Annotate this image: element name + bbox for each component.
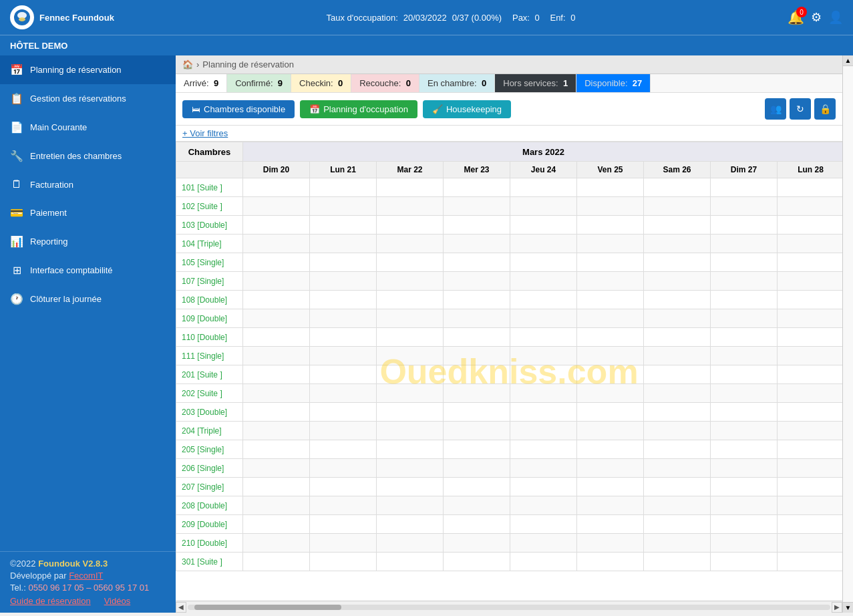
day-cell[interactable] bbox=[444, 272, 510, 291]
day-cell[interactable] bbox=[243, 328, 310, 347]
vscroll-up-button[interactable]: ▲ bbox=[843, 55, 853, 66]
day-cell[interactable] bbox=[711, 459, 778, 478]
day-cell[interactable] bbox=[778, 253, 843, 272]
day-cell[interactable] bbox=[778, 272, 843, 291]
day-cell[interactable] bbox=[711, 440, 778, 459]
day-cell[interactable] bbox=[377, 478, 444, 496]
day-cell[interactable] bbox=[510, 422, 577, 440]
day-cell[interactable] bbox=[377, 291, 444, 309]
table-row[interactable]: 301 [Suite ] bbox=[176, 553, 843, 571]
day-cell[interactable] bbox=[711, 272, 778, 291]
day-cell[interactable] bbox=[243, 291, 310, 309]
day-cell[interactable] bbox=[243, 216, 310, 235]
day-cell[interactable] bbox=[444, 291, 510, 309]
day-cell[interactable] bbox=[711, 515, 778, 534]
day-cell[interactable] bbox=[778, 478, 843, 496]
day-cell[interactable] bbox=[243, 422, 310, 440]
day-cell[interactable] bbox=[444, 553, 510, 571]
day-cell[interactable] bbox=[310, 272, 377, 291]
day-cell[interactable] bbox=[444, 178, 510, 197]
day-cell[interactable] bbox=[644, 253, 711, 272]
day-cell[interactable] bbox=[310, 235, 377, 253]
day-cell[interactable] bbox=[310, 291, 377, 309]
day-cell[interactable] bbox=[711, 422, 778, 440]
day-cell[interactable] bbox=[510, 496, 577, 515]
day-cell[interactable] bbox=[377, 347, 444, 365]
day-cell[interactable] bbox=[577, 384, 644, 403]
day-cell[interactable] bbox=[711, 291, 778, 309]
day-cell[interactable] bbox=[377, 365, 444, 384]
day-cell[interactable] bbox=[644, 216, 711, 235]
day-cell[interactable] bbox=[444, 384, 510, 403]
table-row[interactable]: 208 [Double] bbox=[176, 496, 843, 515]
day-cell[interactable] bbox=[310, 459, 377, 478]
day-cell[interactable] bbox=[778, 553, 843, 571]
table-row[interactable]: 107 [Single] bbox=[176, 272, 843, 291]
day-cell[interactable] bbox=[577, 197, 644, 216]
day-cell[interactable] bbox=[778, 235, 843, 253]
day-cell[interactable] bbox=[310, 403, 377, 422]
day-cell[interactable] bbox=[243, 384, 310, 403]
fecomit-link[interactable]: FecomIT bbox=[69, 571, 103, 581]
day-cell[interactable] bbox=[577, 272, 644, 291]
sidebar-item-cloture[interactable]: 🕐 Clôturer la journée bbox=[0, 285, 176, 313]
table-row[interactable]: 101 [Suite ] bbox=[176, 178, 843, 197]
day-cell[interactable] bbox=[510, 440, 577, 459]
day-cell[interactable] bbox=[644, 478, 711, 496]
day-cell[interactable] bbox=[577, 440, 644, 459]
day-cell[interactable] bbox=[243, 178, 310, 197]
day-cell[interactable] bbox=[644, 515, 711, 534]
lock-icon-button[interactable]: 🔒 bbox=[814, 98, 836, 120]
day-cell[interactable] bbox=[577, 309, 644, 328]
day-cell[interactable] bbox=[510, 553, 577, 571]
day-cell[interactable] bbox=[377, 216, 444, 235]
day-cell[interactable] bbox=[310, 365, 377, 384]
videos-link[interactable]: Vidéos bbox=[104, 596, 131, 606]
day-cell[interactable] bbox=[644, 272, 711, 291]
day-cell[interactable] bbox=[243, 515, 310, 534]
hscroll-right-button[interactable]: ▶ bbox=[832, 602, 842, 613]
day-cell[interactable] bbox=[310, 216, 377, 235]
day-cell[interactable] bbox=[377, 272, 444, 291]
day-cell[interactable] bbox=[577, 534, 644, 553]
table-row[interactable]: 206 [Single] bbox=[176, 459, 843, 478]
hscroll-left-button[interactable]: ◀ bbox=[176, 602, 186, 613]
day-cell[interactable] bbox=[243, 403, 310, 422]
vscroll-down-button[interactable]: ▼ bbox=[843, 602, 853, 613]
table-row[interactable]: 103 [Double] bbox=[176, 216, 843, 235]
day-cell[interactable] bbox=[243, 309, 310, 328]
day-cell[interactable] bbox=[711, 553, 778, 571]
day-cell[interactable] bbox=[377, 515, 444, 534]
day-cell[interactable] bbox=[510, 253, 577, 272]
day-cell[interactable] bbox=[310, 384, 377, 403]
day-cell[interactable] bbox=[310, 440, 377, 459]
settings-button[interactable]: ⚙ bbox=[811, 10, 822, 25]
day-cell[interactable] bbox=[577, 365, 644, 384]
day-cell[interactable] bbox=[243, 440, 310, 459]
table-row[interactable]: 110 [Double] bbox=[176, 328, 843, 347]
day-cell[interactable] bbox=[243, 534, 310, 553]
day-cell[interactable] bbox=[444, 365, 510, 384]
day-cell[interactable] bbox=[711, 347, 778, 365]
table-row[interactable]: 207 [Single] bbox=[176, 478, 843, 496]
day-cell[interactable] bbox=[711, 384, 778, 403]
day-cell[interactable] bbox=[711, 178, 778, 197]
planning-occupation-button[interactable]: 📅 Planning d'occupation bbox=[300, 100, 417, 118]
day-cell[interactable] bbox=[711, 534, 778, 553]
day-cell[interactable] bbox=[510, 197, 577, 216]
sidebar-item-planning[interactable]: 📅 Planning de réservation bbox=[0, 55, 176, 84]
day-cell[interactable] bbox=[644, 459, 711, 478]
day-cell[interactable] bbox=[577, 216, 644, 235]
day-cell[interactable] bbox=[644, 496, 711, 515]
day-cell[interactable] bbox=[510, 309, 577, 328]
table-row[interactable]: 209 [Double] bbox=[176, 515, 843, 534]
day-cell[interactable] bbox=[444, 216, 510, 235]
sidebar-item-reporting[interactable]: 📊 Reporting bbox=[0, 227, 176, 256]
day-cell[interactable] bbox=[510, 347, 577, 365]
day-cell[interactable] bbox=[510, 328, 577, 347]
day-cell[interactable] bbox=[778, 459, 843, 478]
table-row[interactable]: 104 [Triple] bbox=[176, 235, 843, 253]
sidebar-item-reservations[interactable]: 📋 Gestion des réservations bbox=[0, 84, 176, 113]
day-cell[interactable] bbox=[243, 347, 310, 365]
day-cell[interactable] bbox=[243, 272, 310, 291]
